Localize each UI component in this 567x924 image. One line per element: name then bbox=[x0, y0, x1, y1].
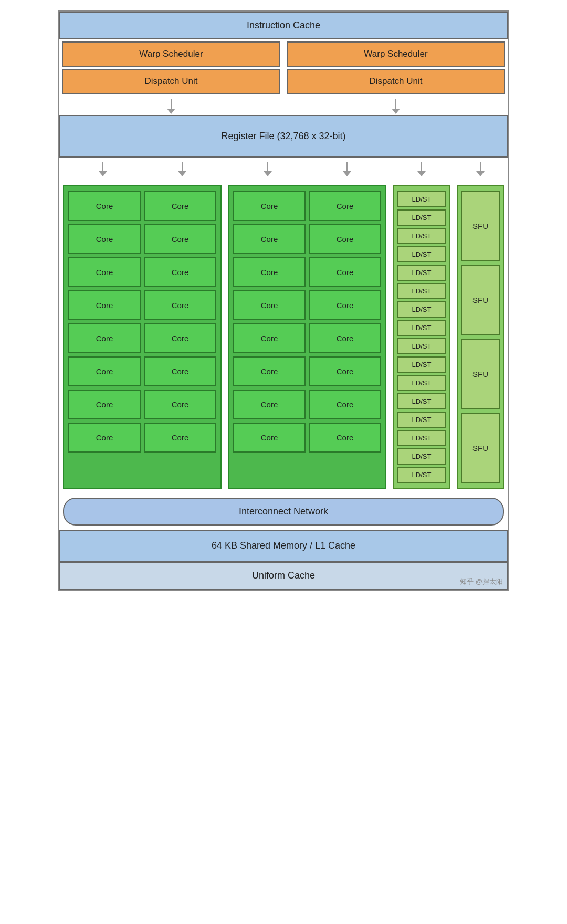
core-1-7: Core bbox=[68, 290, 141, 320]
core-row-2-6: Core Core bbox=[233, 356, 381, 386]
core-1-4: Core bbox=[144, 224, 216, 254]
ldst-arrow bbox=[393, 162, 450, 176]
core-2-10: Core bbox=[309, 323, 381, 353]
core-row-1-5: Core Core bbox=[68, 323, 216, 353]
core-2-1: Core bbox=[233, 191, 306, 221]
core-row-1-6: Core Core bbox=[68, 356, 216, 386]
core-row-1-3: Core Core bbox=[68, 257, 216, 287]
sfu-3: SFU bbox=[461, 339, 500, 409]
core-2-3: Core bbox=[233, 224, 306, 254]
core-2-2: Core bbox=[309, 191, 381, 221]
core-2-16: Core bbox=[309, 423, 381, 453]
core-1-3: Core bbox=[68, 224, 141, 254]
uniform-cache-block: Uniform Cache bbox=[59, 562, 508, 590]
arrow-sfu bbox=[476, 162, 485, 176]
arrow-right bbox=[392, 99, 400, 114]
core-row-1-4: Core Core bbox=[68, 290, 216, 320]
diagram-container: Instruction Cache Warp Scheduler Warp Sc… bbox=[58, 10, 509, 591]
core-row-2-7: Core Core bbox=[233, 390, 381, 419]
core-2-15: Core bbox=[233, 423, 306, 453]
core-2-4: Core bbox=[309, 224, 381, 254]
dispatch-unit-left: Dispatch Unit bbox=[62, 69, 280, 94]
dispatch-unit-row: Dispatch Unit Dispatch Unit bbox=[59, 69, 508, 97]
warp-scheduler-right: Warp Scheduler bbox=[287, 41, 505, 67]
core-row-2-3: Core Core bbox=[233, 257, 381, 287]
arrow-core4 bbox=[343, 162, 351, 176]
core-row-2-4: Core Core bbox=[233, 290, 381, 320]
core-1-14: Core bbox=[144, 390, 216, 419]
arrow-left bbox=[167, 99, 175, 114]
ldst-9: LD/ST bbox=[397, 338, 446, 354]
warp-scheduler-left: Warp Scheduler bbox=[62, 41, 280, 67]
ldst-4: LD/ST bbox=[397, 246, 446, 262]
dispatch-unit-right: Dispatch Unit bbox=[287, 69, 505, 94]
ldst-1: LD/ST bbox=[397, 191, 446, 207]
register-file-block: Register File (32,768 x 32-bit) bbox=[59, 115, 508, 158]
core-1-1: Core bbox=[68, 191, 141, 221]
core-row-1-7: Core Core bbox=[68, 390, 216, 419]
core-2-5: Core bbox=[233, 257, 306, 287]
ldst-16: LD/ST bbox=[397, 467, 446, 483]
arrows-to-units bbox=[59, 158, 508, 176]
core-1-5: Core bbox=[68, 257, 141, 287]
ldst-8: LD/ST bbox=[397, 320, 446, 336]
interconnect-block: Interconnect Network bbox=[63, 498, 504, 526]
core-1-8: Core bbox=[144, 290, 216, 320]
core-group2-arrows bbox=[228, 162, 386, 176]
core-group1-arrows bbox=[63, 162, 222, 176]
core-row-1-1: Core Core bbox=[68, 191, 216, 221]
core-2-13: Core bbox=[233, 390, 306, 419]
ldst-15: LD/ST bbox=[397, 448, 446, 465]
core-2-11: Core bbox=[233, 356, 306, 386]
sfu-2: SFU bbox=[461, 265, 500, 335]
ldst-14: LD/ST bbox=[397, 430, 446, 446]
core-group-2: Core Core Core Core Core Core Core Core … bbox=[228, 185, 386, 489]
ldst-2: LD/ST bbox=[397, 209, 446, 226]
core-1-10: Core bbox=[144, 323, 216, 353]
arrows-to-register bbox=[59, 97, 508, 115]
ldst-11: LD/ST bbox=[397, 375, 446, 391]
core-1-15: Core bbox=[68, 423, 141, 453]
ldst-7: LD/ST bbox=[397, 301, 446, 318]
core-2-7: Core bbox=[233, 290, 306, 320]
ldst-3: LD/ST bbox=[397, 228, 446, 244]
core-row-2-1: Core Core bbox=[233, 191, 381, 221]
ldst-6: LD/ST bbox=[397, 283, 446, 299]
core-2-12: Core bbox=[309, 356, 381, 386]
ldst-12: LD/ST bbox=[397, 393, 446, 410]
core-2-8: Core bbox=[309, 290, 381, 320]
core-1-2: Core bbox=[144, 191, 216, 221]
shared-memory-block: 64 KB Shared Memory / L1 Cache bbox=[59, 530, 508, 562]
arrow-core3 bbox=[264, 162, 272, 176]
core-row-2-5: Core Core bbox=[233, 323, 381, 353]
core-row-2-2: Core Core bbox=[233, 224, 381, 254]
core-2-14: Core bbox=[309, 390, 381, 419]
core-1-13: Core bbox=[68, 390, 141, 419]
core-1-9: Core bbox=[68, 323, 141, 353]
core-1-16: Core bbox=[144, 423, 216, 453]
warp-scheduler-row: Warp Scheduler Warp Scheduler bbox=[59, 39, 508, 69]
arrow-core2 bbox=[178, 162, 186, 176]
core-1-6: Core bbox=[144, 257, 216, 287]
ldst-10: LD/ST bbox=[397, 356, 446, 373]
arrow-core1 bbox=[99, 162, 107, 176]
core-row-1-2: Core Core bbox=[68, 224, 216, 254]
ldst-5: LD/ST bbox=[397, 265, 446, 281]
core-group-1: Core Core Core Core Core Core Core Core … bbox=[63, 185, 222, 489]
sfu-group: SFU SFU SFU SFU bbox=[457, 185, 504, 489]
watermark: 知乎 @捏太阳 bbox=[460, 577, 503, 586]
core-2-6: Core bbox=[309, 257, 381, 287]
ldst-group: LD/ST LD/ST LD/ST LD/ST LD/ST LD/ST LD/S… bbox=[393, 185, 450, 489]
core-2-9: Core bbox=[233, 323, 306, 353]
arrow-ldst bbox=[417, 162, 426, 176]
ldst-13: LD/ST bbox=[397, 412, 446, 428]
core-1-12: Core bbox=[144, 356, 216, 386]
architecture-diagram: Instruction Cache Warp Scheduler Warp Sc… bbox=[58, 10, 509, 591]
core-row-1-8: Core Core bbox=[68, 423, 216, 453]
functional-units-area: Core Core Core Core Core Core Core Core … bbox=[59, 176, 508, 494]
core-1-11: Core bbox=[68, 356, 141, 386]
sfu-4: SFU bbox=[461, 413, 500, 483]
sfu-1: SFU bbox=[461, 191, 500, 261]
instruction-cache-block: Instruction Cache bbox=[59, 12, 508, 39]
core-row-2-8: Core Core bbox=[233, 423, 381, 453]
